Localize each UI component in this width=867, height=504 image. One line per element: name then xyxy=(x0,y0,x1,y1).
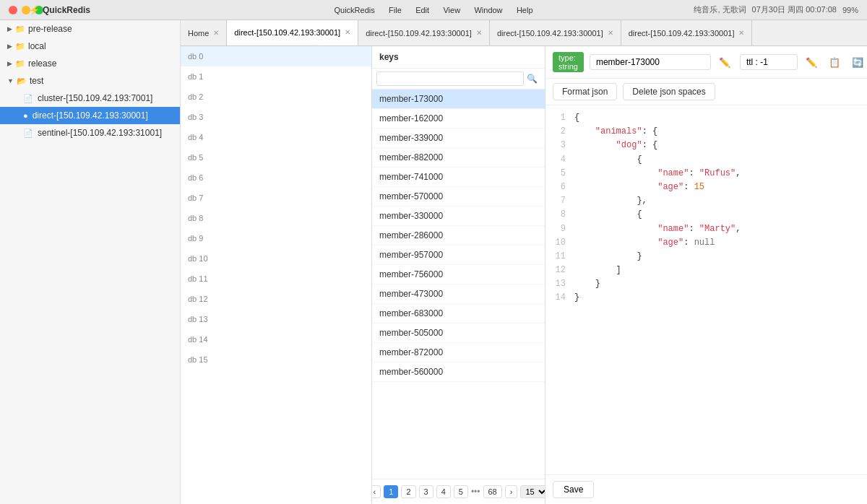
page-68-button[interactable]: 68 xyxy=(483,485,502,498)
expand-arrow-down-icon: ▼ xyxy=(7,77,14,84)
page-1-button[interactable]: 1 xyxy=(384,485,398,498)
file-icon: 📄 xyxy=(23,129,33,138)
key-list-item[interactable]: member-756000 xyxy=(372,265,545,284)
key-list-item[interactable]: member-330000 xyxy=(372,207,545,226)
edit-key-button[interactable]: ✏️ xyxy=(715,55,734,70)
sidebar-label-pre-release: pre-release xyxy=(28,24,72,34)
sidebar-item-local[interactable]: ▶ 📁 local xyxy=(0,38,180,55)
ttl-section: ✏️ 📋 🔄 xyxy=(740,54,867,70)
delete-json-spaces-button[interactable]: Delete json spaces xyxy=(623,83,715,100)
menu-edit[interactable]: Edit xyxy=(415,6,429,14)
key-list-item[interactable]: member-741000 xyxy=(372,168,545,187)
tab-1[interactable]: direct-[150.109.42.193:30001] ✕ Close ri… xyxy=(227,20,358,46)
tab-3[interactable]: direct-[150.109.42.193:30001] ✕ xyxy=(490,20,621,46)
db-label: db 11 xyxy=(188,274,215,283)
value-actions: Format json Delete json spaces xyxy=(545,79,867,105)
tab-home[interactable]: Home ✕ xyxy=(181,20,227,46)
logo-icon: ⚡ xyxy=(29,5,40,15)
db-label: db 2 xyxy=(188,92,215,101)
page-2-button[interactable]: 2 xyxy=(401,485,415,498)
menu-help[interactable]: Help xyxy=(517,6,533,14)
tab-2-close-icon[interactable]: ✕ xyxy=(476,29,482,37)
sidebar-item-sentinel-node[interactable]: 📄 sentinel-[150.109.42.193:31001] xyxy=(0,124,180,142)
menu-quickredis[interactable]: QuickRedis xyxy=(334,6,374,14)
key-list-item[interactable]: member-570000 xyxy=(372,187,545,207)
keys-search-input[interactable] xyxy=(376,71,524,86)
tab-2-label: direct-[150.109.42.193:30001] xyxy=(366,29,472,38)
db-list-item[interactable]: db 5 xyxy=(181,147,371,168)
db-list-item[interactable]: db 2 xyxy=(181,87,371,107)
db-list-item[interactable]: db 11 xyxy=(181,269,371,289)
code-line: 5 "name": "Rufus", xyxy=(551,167,861,181)
page-5-button[interactable]: 5 xyxy=(454,485,468,498)
code-line: 11 } xyxy=(551,250,861,264)
page-next-button[interactable]: › xyxy=(505,485,518,498)
line-number: 10 xyxy=(551,236,566,250)
db-list-item[interactable]: db 7 xyxy=(181,188,371,208)
system-music: 纯音乐, 无歌词 xyxy=(694,4,746,15)
sidebar-label-test: test xyxy=(30,76,43,86)
page-3-button[interactable]: 3 xyxy=(419,485,434,498)
sidebar-item-release[interactable]: ▶ 📁 release xyxy=(0,55,180,72)
code-line: 8 { xyxy=(551,208,861,222)
db-list-item[interactable]: db 4 xyxy=(181,127,371,147)
tab-4-close-icon[interactable]: ✕ xyxy=(738,29,744,37)
db-list: db 0db 1db 2db 3db 4db 5db 6db 7db 8db 9… xyxy=(181,46,372,504)
key-list-item[interactable]: member-957000 xyxy=(372,246,545,265)
db-label: db 9 xyxy=(188,234,215,243)
key-list: member-173000member-162000member-339000m… xyxy=(372,90,545,479)
format-json-button[interactable]: Format json xyxy=(553,83,617,100)
page-prev-button[interactable]: ‹ xyxy=(372,485,381,498)
key-list-item[interactable]: member-683000 xyxy=(372,304,545,323)
db-list-item[interactable]: db 6 xyxy=(181,168,371,188)
sidebar-item-direct-node[interactable]: ● direct-[150.109.42.193:30001] xyxy=(0,107,180,124)
key-list-item[interactable]: member-872000 xyxy=(372,343,545,362)
sidebar-item-test[interactable]: ▼ 📂 test xyxy=(0,72,180,90)
ttl-input[interactable] xyxy=(740,54,798,70)
db-list-item[interactable]: db 8 xyxy=(181,208,371,228)
menu-file[interactable]: File xyxy=(389,6,402,14)
keys-search-button[interactable]: 🔍 xyxy=(524,72,540,85)
db-list-item[interactable]: db 12 xyxy=(181,289,371,309)
ttl-refresh-button[interactable]: 🔄 xyxy=(848,55,867,70)
tab-4[interactable]: direct-[150.109.42.193:30001] ✕ xyxy=(621,20,753,46)
db-label: db 14 xyxy=(188,335,215,344)
tab-2[interactable]: direct-[150.109.42.193:30001] ✕ xyxy=(358,20,490,46)
ttl-edit-button[interactable]: ✏️ xyxy=(802,55,821,70)
key-list-item[interactable]: member-173000 xyxy=(372,90,545,109)
sidebar-item-pre-release[interactable]: ▶ 📁 pre-release xyxy=(0,20,180,38)
key-list-item[interactable]: member-473000 xyxy=(372,284,545,304)
code-editor[interactable]: 1{2 "animals": {3 "dog": {4 {5 "name": "… xyxy=(545,105,867,474)
menu-window[interactable]: Window xyxy=(474,6,502,14)
app-name: QuickRedis xyxy=(43,5,90,15)
page-4-button[interactable]: 4 xyxy=(436,485,451,498)
db-list-item[interactable]: db 15 xyxy=(181,349,371,370)
db-list-item[interactable]: db 0 xyxy=(181,46,371,66)
db-label: db 5 xyxy=(188,153,215,162)
db-list-item[interactable]: db 9 xyxy=(181,228,371,248)
db-list-item[interactable]: db 10 xyxy=(181,248,371,269)
sidebar-item-cluster-node[interactable]: 📄 cluster-[150.109.42.193:7001] xyxy=(0,90,180,107)
key-input[interactable] xyxy=(590,54,711,70)
db-list-item[interactable]: db 3 xyxy=(181,107,371,127)
key-list-item[interactable]: member-339000 xyxy=(372,129,545,148)
db-list-item[interactable]: db 13 xyxy=(181,309,371,329)
close-window-button[interactable] xyxy=(9,6,17,14)
line-content: } xyxy=(574,277,600,291)
menu-view[interactable]: View xyxy=(443,6,460,14)
save-button[interactable]: Save xyxy=(553,481,594,498)
db-list-item[interactable]: db 14 xyxy=(181,329,371,349)
tab-3-close-icon[interactable]: ✕ xyxy=(608,29,613,37)
per-page-select[interactable]: 15 30 50 xyxy=(520,485,545,498)
db-list-item[interactable]: db 1 xyxy=(181,66,371,87)
tab-home-close-icon[interactable]: ✕ xyxy=(213,29,219,37)
ttl-copy-button[interactable]: 📋 xyxy=(825,55,844,70)
line-content: } xyxy=(574,291,579,305)
key-list-item[interactable]: member-560000 xyxy=(372,362,545,382)
key-list-item[interactable]: member-162000 xyxy=(372,109,545,129)
key-list-item[interactable]: member-505000 xyxy=(372,323,545,343)
db-label: db 8 xyxy=(188,214,215,222)
key-list-item[interactable]: member-286000 xyxy=(372,226,545,246)
tab-1-close-icon[interactable]: ✕ xyxy=(345,28,350,36)
key-list-item[interactable]: member-882000 xyxy=(372,148,545,168)
